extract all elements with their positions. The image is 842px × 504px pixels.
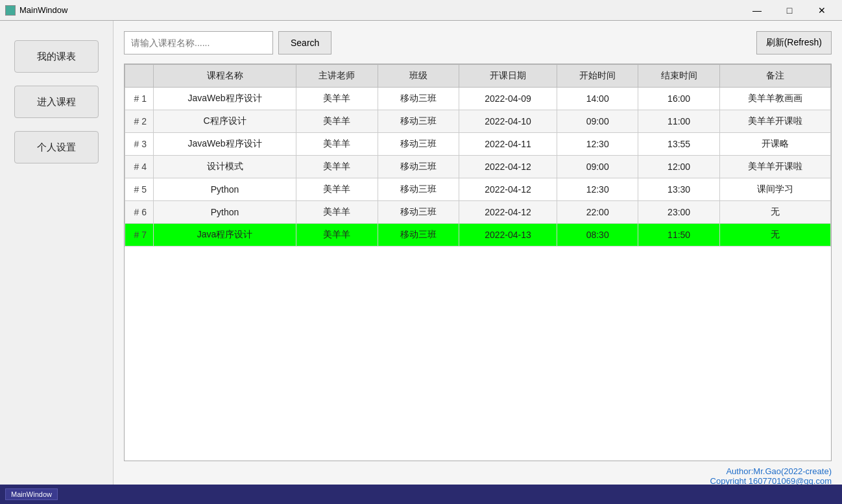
table-row[interactable]: # 7Java程序设计美羊羊移动三班2022-04-1308:3011:50无 <box>125 224 831 246</box>
row-number: # 6 <box>125 201 154 224</box>
cell-name: JavaWeb程序设计 <box>154 133 296 156</box>
cell-end: 12:00 <box>638 156 719 178</box>
cell-start: 09:00 <box>557 156 638 178</box>
enter-course-button[interactable]: 进入课程 <box>14 86 99 118</box>
cell-end: 13:55 <box>638 133 719 156</box>
search-input[interactable] <box>124 31 273 54</box>
cell-date: 2022-04-12 <box>459 201 557 224</box>
search-button[interactable]: Search <box>278 31 331 54</box>
my-schedule-button[interactable]: 我的课表 <box>14 40 99 73</box>
cell-name: Python <box>154 201 296 224</box>
cell-class: 移动三班 <box>378 224 459 246</box>
refresh-button[interactable]: 刷新(Refresh) <box>756 31 832 54</box>
table-header: 课程名称 主讲老师 班级 开课日期 开始时间 结束时间 备注 <box>125 65 831 88</box>
cell-end: 11:50 <box>638 224 719 246</box>
cell-start: 09:00 <box>557 110 638 133</box>
cell-end: 23:00 <box>638 201 719 224</box>
cell-note: 无 <box>719 224 830 246</box>
cell-teacher: 美羊羊 <box>296 178 378 201</box>
row-number: # 4 <box>125 156 154 178</box>
cell-name: Python <box>154 178 296 201</box>
app-icon <box>5 5 16 16</box>
table-body: # 1JavaWeb程序设计美羊羊移动三班2022-04-0914:0016:0… <box>125 88 831 246</box>
table-row[interactable]: # 1JavaWeb程序设计美羊羊移动三班2022-04-0914:0016:0… <box>125 88 831 110</box>
cell-teacher: 美羊羊 <box>296 133 378 156</box>
cell-note: 美羊羊教画画 <box>719 88 830 110</box>
cell-start: 12:30 <box>557 133 638 156</box>
col-note: 备注 <box>719 65 830 88</box>
cell-class: 移动三班 <box>378 156 459 178</box>
cell-note: 开课略 <box>719 133 830 156</box>
table-row[interactable]: # 5Python美羊羊移动三班2022-04-1212:3013:30课间学习 <box>125 178 831 201</box>
col-class: 班级 <box>378 65 459 88</box>
cell-note: 美羊羊开课啦 <box>719 156 830 178</box>
personal-settings-button[interactable]: 个人设置 <box>14 131 99 163</box>
cell-note: 美羊羊开课啦 <box>719 110 830 133</box>
cell-date: 2022-04-09 <box>459 88 557 110</box>
row-number: # 3 <box>125 133 154 156</box>
row-number: # 1 <box>125 88 154 110</box>
cell-start: 12:30 <box>557 178 638 201</box>
cell-date: 2022-04-12 <box>459 156 557 178</box>
cell-teacher: 美羊羊 <box>296 201 378 224</box>
cell-start: 14:00 <box>557 88 638 110</box>
cell-end: 13:30 <box>638 178 719 201</box>
cell-class: 移动三班 <box>378 88 459 110</box>
close-button[interactable]: ✕ <box>807 1 837 19</box>
cell-class: 移动三班 <box>378 201 459 224</box>
col-end: 结束时间 <box>638 65 719 88</box>
main-area: 我的课表 进入课程 个人设置 Search 刷新(Refresh) 课程名称 主… <box>0 21 842 504</box>
cell-date: 2022-04-13 <box>459 224 557 246</box>
taskbar-item[interactable]: MainWindow <box>5 488 58 500</box>
cell-note: 无 <box>719 201 830 224</box>
cell-end: 11:00 <box>638 110 719 133</box>
title-bar-controls: — □ ✕ <box>742 1 837 19</box>
table-row[interactable]: # 4设计模式美羊羊移动三班2022-04-1209:0012:00美羊羊开课啦 <box>125 156 831 178</box>
cell-class: 移动三班 <box>378 110 459 133</box>
cell-class: 移动三班 <box>378 133 459 156</box>
table-row[interactable]: # 6Python美羊羊移动三班2022-04-1222:0023:00无 <box>125 201 831 224</box>
col-date: 开课日期 <box>459 65 557 88</box>
title-bar: MainWindow — □ ✕ <box>0 0 842 21</box>
cell-teacher: 美羊羊 <box>296 110 378 133</box>
row-number: # 2 <box>125 110 154 133</box>
cell-date: 2022-04-11 <box>459 133 557 156</box>
table-row[interactable]: # 2C程序设计美羊羊移动三班2022-04-1009:0011:00美羊羊开课… <box>125 110 831 133</box>
window-title: MainWindow <box>19 5 742 15</box>
cell-teacher: 美羊羊 <box>296 156 378 178</box>
cell-class: 移动三班 <box>378 178 459 201</box>
cell-name: 设计模式 <box>154 156 296 178</box>
cell-teacher: 美羊羊 <box>296 224 378 246</box>
table-row[interactable]: # 3JavaWeb程序设计美羊羊移动三班2022-04-1112:3013:5… <box>125 133 831 156</box>
cell-start: 08:30 <box>557 224 638 246</box>
col-index <box>125 65 154 88</box>
row-number: # 5 <box>125 178 154 201</box>
minimize-button[interactable]: — <box>742 1 772 19</box>
row-number: # 7 <box>125 224 154 246</box>
course-table-container: 课程名称 主讲老师 班级 开课日期 开始时间 结束时间 备注 # 1JavaWe… <box>124 64 832 461</box>
cell-name: Java程序设计 <box>154 224 296 246</box>
footer-line1: Author:Mr.Gao(2022-create) <box>124 466 832 476</box>
toolbar: Search 刷新(Refresh) <box>124 31 832 54</box>
taskbar: MainWindow <box>0 485 842 504</box>
cell-date: 2022-04-12 <box>459 178 557 201</box>
cell-teacher: 美羊羊 <box>296 88 378 110</box>
col-start: 开始时间 <box>557 65 638 88</box>
course-table: 课程名称 主讲老师 班级 开课日期 开始时间 结束时间 备注 # 1JavaWe… <box>125 64 831 246</box>
cell-name: JavaWeb程序设计 <box>154 88 296 110</box>
maximize-button[interactable]: □ <box>775 1 804 19</box>
cell-note: 课间学习 <box>719 178 830 201</box>
cell-start: 22:00 <box>557 201 638 224</box>
cell-end: 16:00 <box>638 88 719 110</box>
cell-name: C程序设计 <box>154 110 296 133</box>
sidebar: 我的课表 进入课程 个人设置 <box>0 21 114 504</box>
cell-date: 2022-04-10 <box>459 110 557 133</box>
content-area: Search 刷新(Refresh) 课程名称 主讲老师 班级 开课日期 开始时… <box>114 21 842 504</box>
col-teacher: 主讲老师 <box>296 65 378 88</box>
col-name: 课程名称 <box>154 65 296 88</box>
